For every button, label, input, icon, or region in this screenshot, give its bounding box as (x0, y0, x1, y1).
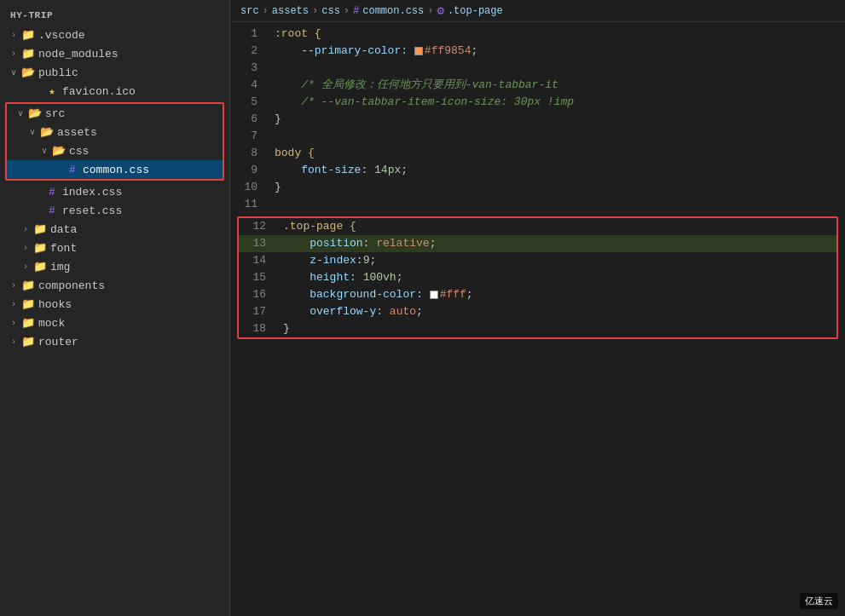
sidebar-item-components[interactable]: › 📁 components (0, 276, 229, 295)
code-line: 8 body { (230, 145, 845, 162)
sidebar-item-img[interactable]: › 📁 img (0, 257, 229, 276)
line-number: 18 (239, 320, 280, 337)
line-content: body { (271, 145, 845, 162)
css-file-icon: # (65, 164, 80, 176)
arrow-icon: ∨ (38, 146, 51, 156)
line-content: --primary-color: #ff9854; (271, 43, 845, 60)
line-content: height: 100vh; (280, 269, 836, 286)
color-swatch (430, 291, 438, 299)
css-file-icon: # (44, 186, 60, 199)
folder-icon: 📁 (20, 297, 36, 311)
sidebar-item-src[interactable]: ∨ 📂 src (7, 104, 223, 123)
sidebar-item-font[interactable]: › 📁 font (0, 239, 229, 257)
arrow-icon: › (7, 281, 20, 291)
sidebar-item-label: components (38, 279, 229, 292)
sidebar-item-label: font (50, 242, 229, 255)
code-line: 13 position: relative; (239, 235, 836, 252)
line-number: 7 (230, 128, 271, 145)
bc-sep: › (312, 5, 318, 17)
sidebar-item-reset-css[interactable]: › # reset.css (0, 201, 229, 220)
folder-open-icon: 📂 (39, 125, 55, 139)
sidebar-item-index-css[interactable]: › # index.css (0, 182, 229, 201)
bc-filename: common.css (362, 5, 424, 17)
sidebar-item-router[interactable]: › 📁 router (0, 332, 229, 351)
sidebar-item-common-css[interactable]: › # common.css (7, 160, 223, 179)
folder-icon: 📁 (20, 47, 36, 60)
code-area[interactable]: 1 :root { 2 --primary-color: #ff9854; 3 … (230, 22, 845, 616)
arrow-icon: ∨ (26, 127, 39, 137)
sidebar-item-assets[interactable]: ∨ 📂 assets (7, 123, 223, 141)
sidebar-item-vscode[interactable]: › 📁 .vscode (0, 26, 229, 44)
code-line: 2 --primary-color: #ff9854; (230, 43, 845, 60)
folder-icon: 📁 (32, 241, 48, 255)
bc-sep: › (344, 5, 350, 17)
line-number: 13 (239, 235, 280, 252)
sidebar-item-label: index.css (62, 186, 229, 199)
sidebar-item-label: public (38, 66, 229, 79)
sidebar-item-label: .vscode (38, 29, 229, 42)
bc-symbol: .top-page (448, 5, 503, 17)
code-line: 9 font-size: 14px; (230, 162, 845, 179)
sidebar-item-label: img (50, 261, 229, 273)
folder-icon: 📁 (32, 222, 48, 236)
arrow-icon: › (19, 262, 32, 272)
code-line: 4 /* 全局修改：任何地方只要用到-van-tabbar-it (230, 77, 845, 94)
watermark: 亿速云 (800, 593, 838, 609)
folder-icon: 📁 (20, 335, 36, 348)
folder-open-icon: 📂 (27, 107, 43, 120)
sidebar-item-label: hooks (38, 298, 229, 311)
line-content: } (280, 320, 836, 337)
sidebar-item-mock[interactable]: › 📁 mock (0, 314, 229, 332)
sidebar-item-css[interactable]: ∨ 📂 css (7, 141, 223, 160)
line-number: 4 (230, 77, 271, 94)
code-line: 11 (230, 196, 845, 213)
line-content: /* 全局修改：任何地方只要用到-van-tabbar-it (271, 77, 845, 94)
line-number: 1 (230, 26, 271, 43)
arrow-icon: › (7, 319, 20, 328)
line-number: 17 (239, 303, 280, 320)
code-line: 15 height: 100vh; (239, 269, 836, 286)
line-number: 10 (230, 179, 271, 196)
arrow-icon: › (7, 49, 20, 59)
folder-open-icon: 📂 (51, 144, 67, 158)
sidebar-item-hooks[interactable]: › 📁 hooks (0, 295, 229, 314)
sidebar-title: HY-TRIP (0, 3, 229, 26)
sidebar-item-label: src (45, 107, 223, 120)
folder-icon: 📁 (32, 260, 48, 273)
arrow-icon: › (7, 300, 20, 309)
line-content: overflow-y: auto; (280, 303, 836, 320)
code-line: 3 (230, 60, 845, 77)
sidebar-item-favicon[interactable]: › ★ favicon.ico (0, 82, 229, 101)
star-icon: ★ (44, 84, 60, 98)
code-line: 5 /* --van-tabbar-item-icon-size: 30px !… (230, 94, 845, 111)
arrow-icon: ∨ (14, 108, 27, 118)
line-number: 3 (230, 60, 271, 77)
sidebar-item-public[interactable]: ∨ 📂 public (0, 63, 229, 82)
line-content: } (271, 179, 845, 196)
line-content: /* --van-tabbar-item-icon-size: 30px !im… (271, 94, 845, 111)
line-number: 16 (239, 286, 280, 303)
sidebar-item-node-modules[interactable]: › 📁 node_modules (0, 44, 229, 63)
bc-src: src (240, 5, 259, 17)
sidebar-item-label: css (69, 145, 223, 158)
editor: src › assets › css › # common.css › ⚙ .t… (230, 0, 845, 616)
line-content: font-size: 14px; (271, 162, 845, 179)
line-number: 15 (239, 269, 280, 286)
sidebar-item-label: node_modules (38, 48, 229, 60)
bc-sep: › (427, 5, 433, 17)
bc-file-hash: # (353, 5, 359, 17)
code-line: 12 .top-page { (239, 218, 836, 235)
sidebar-item-label: mock (38, 317, 229, 330)
code-line: 1 :root { (230, 26, 845, 43)
code-line: 10 } (230, 179, 845, 196)
line-content: } (271, 111, 845, 128)
code-line: 14 z-index:9; (239, 252, 836, 269)
line-content: :root { (271, 26, 845, 43)
sidebar-item-label: router (38, 336, 229, 348)
line-number: 14 (239, 252, 280, 269)
bc-css: css (321, 5, 340, 17)
bc-symbol-icon: ⚙ (437, 3, 443, 18)
sidebar-red-outline: ∨ 📂 src ∨ 📂 assets ∨ 📂 css › # common.cs… (5, 102, 224, 181)
code-line: 18 } (239, 320, 836, 337)
sidebar-item-data[interactable]: › 📁 data (0, 220, 229, 239)
